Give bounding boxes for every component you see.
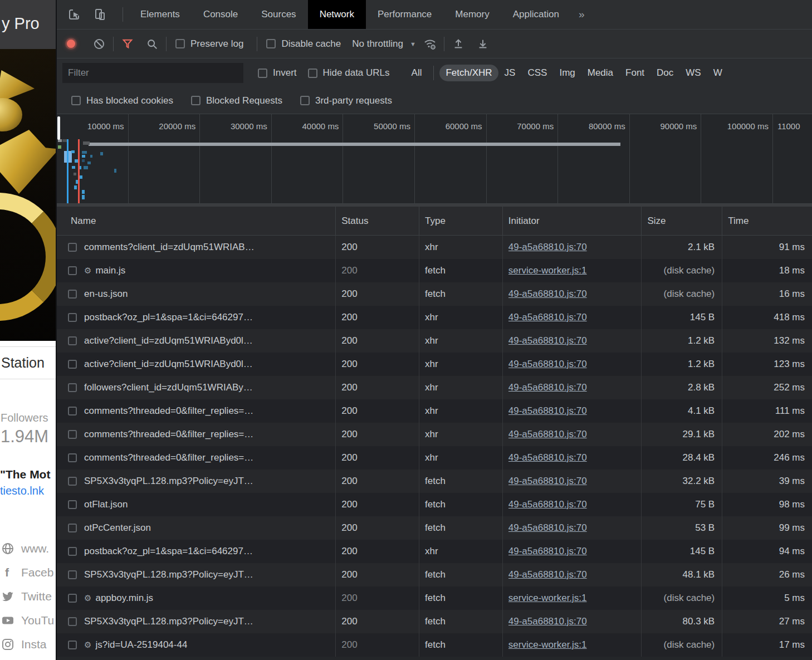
row-checkbox[interactable] [68, 500, 77, 509]
device-toolbar-icon[interactable] [91, 6, 108, 23]
cell-name[interactable]: comments?threaded=0&filter_replies=… [57, 423, 336, 446]
initiator-link[interactable]: service-worker.js:1 [508, 265, 587, 276]
table-row[interactable]: SP5X3v3tyqPL.128.mp3?Policy=eyJT…200fetc… [57, 610, 812, 633]
tab-console[interactable]: Console [192, 0, 250, 29]
social-link-twitter[interactable]: Twitte [0, 584, 56, 608]
search-icon[interactable] [144, 36, 160, 52]
row-checkbox[interactable] [68, 524, 77, 532]
column-header-time[interactable]: Time [722, 207, 812, 235]
checkbox[interactable] [191, 96, 200, 105]
track-link[interactable]: tiesto.lnk [0, 485, 56, 497]
initiator-link[interactable]: 49-a5a68810.js:70 [508, 499, 587, 510]
column-header-size[interactable]: Size [642, 207, 722, 235]
tab-application[interactable]: Application [501, 0, 571, 29]
filter-icon[interactable] [119, 36, 136, 52]
row-checkbox[interactable] [68, 594, 77, 603]
record-network-log-icon[interactable] [67, 40, 75, 48]
type-filter-ws[interactable]: WS [679, 65, 707, 81]
tab-memory[interactable]: Memory [443, 0, 501, 29]
initiator-link[interactable]: 49-a5a68810.js:70 [508, 382, 587, 393]
initiator-link[interactable]: service-worker.js:1 [508, 593, 587, 604]
import-har-icon[interactable] [450, 36, 467, 52]
row-checkbox[interactable] [68, 453, 77, 462]
tab-network[interactable]: Network [308, 0, 366, 29]
table-row[interactable]: comments?threaded=0&filter_replies=…200x… [57, 446, 812, 470]
cell-name[interactable]: SP5X3v3tyqPL.128.mp3?Policy=eyJT… [57, 470, 336, 493]
type-filter-font[interactable]: Font [619, 65, 650, 81]
checkbox[interactable] [258, 69, 267, 78]
cell-name[interactable]: postback?oz_pl=1&spa=1&ci=646297… [57, 540, 336, 563]
column-header-type[interactable]: Type [419, 207, 503, 235]
initiator-link[interactable]: 49-a5a68810.js:70 [508, 616, 587, 627]
tab-performance[interactable]: Performance [366, 0, 443, 29]
tab-elements[interactable]: Elements [129, 0, 192, 29]
cell-name[interactable]: postback?oz_pl=1&spa=1&ci=646297… [57, 306, 336, 329]
row-checkbox[interactable] [68, 290, 77, 299]
row-checkbox[interactable] [68, 617, 77, 626]
cell-name[interactable]: comments?client_id=zdUqm51WRIAB… [57, 236, 336, 259]
initiator-link[interactable]: 49-a5a68810.js:70 [508, 359, 587, 370]
type-filter-w[interactable]: W [707, 65, 728, 81]
cell-name[interactable]: ⚙main.js [57, 259, 336, 282]
type-filter-all[interactable]: All [405, 65, 428, 81]
table-row[interactable]: otFlat.json200fetch49-a5a68810.js:7075 B… [57, 493, 812, 516]
table-row[interactable]: SP5X3v3tyqPL.128.mp3?Policy=eyJT…200fetc… [57, 470, 812, 493]
hide-data-urls-checkbox[interactable]: Hide data URLs [308, 67, 390, 79]
table-row[interactable]: comments?threaded=0&filter_replies=…200x… [57, 423, 812, 446]
table-row[interactable]: ⚙js?id=UA-2519404-44200fetchservice-work… [57, 633, 812, 657]
cell-name[interactable]: SP5X3v3tyqPL.128.mp3?Policy=eyJT… [57, 610, 336, 633]
table-row[interactable]: active?client_id=zdUqm51WRIAByd0l…200xhr… [57, 329, 812, 353]
initiator-link[interactable]: 49-a5a68810.js:70 [508, 452, 587, 463]
has-blocked-cookies-checkbox[interactable]: Has blocked cookies [71, 95, 173, 106]
table-row[interactable]: active?client_id=zdUqm51WRIAByd0l…200xhr… [57, 353, 812, 376]
cell-name[interactable]: active?client_id=zdUqm51WRIAByd0l… [57, 353, 336, 376]
clear-network-log-icon[interactable] [91, 36, 107, 52]
export-har-icon[interactable] [475, 36, 491, 52]
initiator-link[interactable]: service-worker.js:1 [508, 639, 587, 651]
checkbox[interactable] [175, 39, 185, 48]
table-row[interactable]: SP5X3v3tyqPL.128.mp3?Policy=eyJT…200fetc… [57, 563, 812, 586]
cell-name[interactable]: comments?threaded=0&filter_replies=… [57, 399, 336, 423]
table-row[interactable]: otPcCenter.json200fetch49-a5a68810.js:70… [57, 516, 812, 540]
social-link-facebook[interactable]: fFaceb [0, 560, 56, 584]
blocked-requests-checkbox[interactable]: Blocked Requests [191, 95, 282, 106]
row-checkbox[interactable] [68, 383, 77, 392]
cell-name[interactable]: followers?client_id=zdUqm51WRIABy… [57, 376, 336, 399]
cell-name[interactable]: active?client_id=zdUqm51WRIAByd0l… [57, 329, 336, 353]
cell-name[interactable]: ⚙js?id=UA-2519404-44 [57, 633, 336, 657]
disable-cache-checkbox[interactable]: Disable cache [266, 38, 341, 50]
overview-drag-handle[interactable] [57, 116, 60, 140]
type-filter-img[interactable]: Img [553, 65, 581, 81]
initiator-link[interactable]: 49-a5a68810.js:70 [508, 476, 587, 487]
table-row[interactable]: ⚙appboy.min.js200fetchservice-worker.js:… [57, 586, 812, 610]
social-link-youtube[interactable]: YouTu [0, 608, 56, 632]
invert-checkbox[interactable]: Invert [258, 67, 297, 79]
row-checkbox[interactable] [68, 477, 77, 486]
row-checkbox[interactable] [68, 570, 77, 579]
cell-name[interactable]: otFlat.json [57, 493, 336, 516]
type-filter-fetch-xhr[interactable]: Fetch/XHR [439, 65, 498, 81]
checkbox[interactable] [266, 39, 276, 48]
initiator-link[interactable]: 49-a5a68810.js:70 [508, 569, 587, 580]
checkbox[interactable] [308, 69, 317, 78]
station-tab[interactable]: Station [0, 347, 56, 379]
checkbox[interactable] [71, 96, 81, 105]
table-row[interactable]: ⚙main.js200fetchservice-worker.js:1(disk… [57, 259, 812, 282]
table-row[interactable]: postback?oz_pl=1&spa=1&ci=646297…200xhr4… [57, 306, 812, 329]
column-header-name[interactable]: Name [57, 207, 336, 235]
row-checkbox[interactable] [68, 313, 77, 322]
table-row[interactable]: comments?client_id=zdUqm51WRIAB…200xhr49… [57, 236, 812, 259]
inspect-element-icon[interactable] [66, 6, 82, 23]
type-filter-doc[interactable]: Doc [650, 65, 679, 81]
column-header-initiator[interactable]: Initiator [503, 207, 642, 235]
type-filter-media[interactable]: Media [581, 65, 619, 81]
tab-sources[interactable]: Sources [250, 0, 307, 29]
network-overview[interactable]: 10000 ms20000 ms30000 ms40000 ms50000 ms… [57, 114, 812, 204]
row-checkbox[interactable] [68, 547, 77, 556]
column-header-status[interactable]: Status [336, 207, 419, 235]
throttling-select[interactable]: No throttling ▼ [352, 38, 416, 50]
cell-name[interactable]: ⚙appboy.min.js [57, 586, 336, 610]
row-checkbox[interactable] [68, 360, 77, 369]
row-checkbox[interactable] [68, 266, 77, 275]
network-conditions-icon[interactable] [422, 36, 438, 52]
